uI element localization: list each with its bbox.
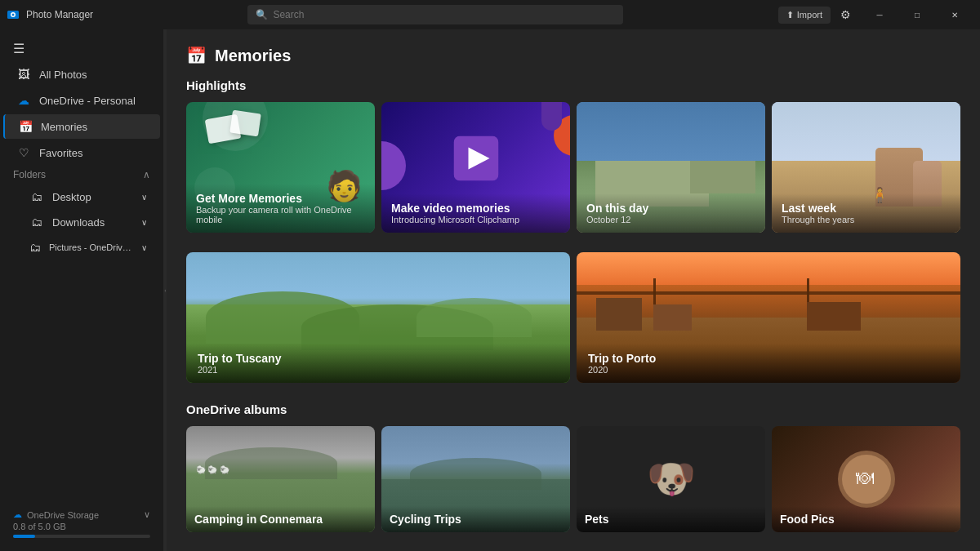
sidebar-label-all-photos: All Photos [39,69,87,81]
card-overlay-pets: Pets [577,506,765,532]
maximize-button[interactable]: □ [898,0,936,29]
search-input[interactable] [273,9,615,20]
page-header-icon: 📅 [186,46,207,65]
card-title-get-more: Get More Memories [196,192,365,205]
trip-card-tuscany[interactable]: Trip to Tuscany 2021 [186,252,570,383]
album-card-connemara[interactable]: 🐑 🐑 🐑 Camping in Connemara [186,426,375,532]
sidebar-item-onedrive[interactable]: ☁ OneDrive - Personal [3,88,160,113]
folders-collapse-icon: ∧ [143,169,150,180]
sidebar-label-favorites: Favorites [39,147,82,159]
page-title: Memories [215,47,291,65]
search-icon: 🔍 [256,9,268,20]
card-overlay-porto: Trip to Porto 2020 [577,344,960,383]
memories-icon: 📅 [18,120,33,133]
sidebar-item-memories[interactable]: 📅 Memories [3,114,160,139]
folder-icon: 🗂 [29,190,44,203]
favorites-icon: ♡ [16,146,31,159]
card-subtitle-tuscany: 2021 [198,365,559,375]
trips-grid: Trip to Tuscany 2021 Tr [186,252,960,383]
folder-icon-pics: 🗂 [29,241,41,254]
card-title-video: Make video memories [391,202,560,215]
sidebar-item-favorites[interactable]: ♡ Favorites [3,140,160,165]
hamburger-button[interactable]: ☰ [0,36,163,61]
card-overlay-food: Food Pics [772,506,960,532]
desktop-expand-icon: ∨ [141,193,147,202]
import-icon: ⬆ [786,10,794,20]
svg-point-2 [12,14,15,16]
sidebar-item-desktop[interactable]: 🗂 Desktop ∨ [16,184,160,209]
card-subtitle-video: Introducing Microsoft Clipchamp [391,215,560,224]
sidebar-label-onedrive: OneDrive - Personal [39,95,136,107]
app-title: Photo Manager [26,9,93,20]
page-header: 📅 Memories [186,46,960,65]
sidebar-label-memories: Memories [41,121,87,133]
titlebar-right: ⬆ Import ⚙ ─ □ ✕ [778,0,973,29]
folders-label: Folders [13,169,46,180]
card-title-cycling: Cycling Trips [390,513,562,526]
sidebar-folders: 🗂 Desktop ∨ 🗂 Downloads ∨ 🗂 Pictures - O… [0,184,163,260]
shape-left [381,141,406,190]
storage-cloud-icon: ☁ [13,509,22,520]
sidebar-label-pictures: Pictures - OneDrive Personal [49,242,133,252]
album-card-cycling[interactable]: Cycling Trips [381,426,570,532]
highlights-grid: 🧑 Get More Memories Backup your camera r… [186,102,960,233]
pictures-expand-icon: ∨ [141,243,147,252]
card-subtitle-get-more: Backup your camera roll with OneDrive mo… [196,205,365,224]
card-title-porto: Trip to Porto [588,352,949,365]
card-subtitle-on-this-day: October 12 [586,215,755,224]
titlebar: Photo Manager 🔍 ⬆ Import ⚙ ─ □ ✕ [0,0,980,29]
card-title-pets: Pets [585,513,757,526]
card-title-food: Food Pics [780,513,952,526]
highlight-card-video[interactable]: Make video memories Introducing Microsof… [381,102,570,233]
titlebar-search: 🔍 [247,5,623,24]
sidebar-label-downloads: Downloads [52,216,105,229]
card-title-on-this-day: On this day [586,202,755,215]
highlight-card-last-week[interactable]: 🧍 Last week Through the years [772,102,960,233]
storage-title: OneDrive Storage [27,510,99,520]
titlebar-left: Photo Manager [7,8,93,21]
album-card-food[interactable]: 🍽 Food Pics [772,426,960,532]
close-button[interactable]: ✕ [936,0,973,29]
photos-icon: 🖼 [16,68,31,81]
folders-section[interactable]: Folders ∧ [0,166,163,184]
card-overlay-last-week: Last week Through the years [772,193,960,233]
card-subtitle-last-week: Through the years [782,215,951,224]
window-controls: ─ □ ✕ [861,0,973,29]
storage-expand-icon: ∨ [144,509,150,520]
card-title-last-week: Last week [782,202,951,215]
import-button[interactable]: ⬆ Import [778,7,831,24]
gear-icon: ⚙ [840,8,851,21]
app-icon [7,8,20,21]
main-container: ☰ 🖼 All Photos ☁ OneDrive - Personal 📅 M… [0,29,980,551]
downloads-expand-icon: ∨ [141,218,147,227]
minimize-button[interactable]: ─ [861,0,898,29]
trip-card-porto[interactable]: Trip to Porto 2020 [577,252,960,383]
storage-used: 0.8 of 5.0 GB [13,522,66,531]
sidebar-item-downloads[interactable]: 🗂 Downloads ∨ [16,210,160,234]
card-overlay-tuscany: Trip to Tuscany 2021 [186,344,570,383]
card-title-tuscany: Trip to Tuscany [198,352,559,365]
card-overlay-connemara: Camping in Connemara [186,506,375,532]
highlight-card-get-more[interactable]: 🧑 Get More Memories Backup your camera r… [186,102,375,233]
storage-bar-bg [13,535,150,538]
storage-section: ☁ OneDrive Storage ∨ 0.8 of 5.0 GB [0,503,163,544]
card-subtitle-porto: 2020 [588,365,949,375]
sidebar-item-pictures[interactable]: 🗂 Pictures - OneDrive Personal ∨ [16,235,160,260]
card-overlay-video: Make video memories Introducing Microsof… [381,193,570,233]
card-overlay-on-this-day: On this day October 12 [577,193,765,233]
sidebar: ☰ 🖼 All Photos ☁ OneDrive - Personal 📅 M… [0,29,163,551]
onedrive-icon: ☁ [16,94,31,107]
highlights-section-title: Highlights [186,78,960,92]
sidebar-label-desktop: Desktop [52,191,91,203]
card-title-connemara: Camping in Connemara [194,513,367,526]
sidebar-item-all-photos[interactable]: 🖼 All Photos [3,62,160,87]
settings-button[interactable]: ⚙ [834,5,858,24]
folder-icon-dl: 🗂 [29,216,44,229]
card-overlay-cycling: Cycling Trips [381,506,570,532]
shape-top-right [541,102,562,131]
albums-section-title: OneDrive albums [186,402,960,416]
card-overlay-get-more: Get More Memories Backup your camera rol… [186,184,375,233]
content-area: 📅 Memories Highlights 🧑 Get More [167,29,980,551]
album-card-pets[interactable]: 🐶 Pets [577,426,765,532]
highlight-card-on-this-day[interactable]: On this day October 12 [577,102,765,233]
